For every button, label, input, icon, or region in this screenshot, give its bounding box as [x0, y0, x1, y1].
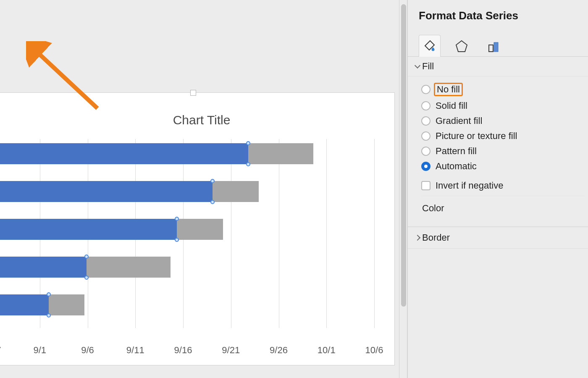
fill-option-no-fill[interactable]: No fill [420, 81, 585, 98]
svg-rect-1 [494, 42, 498, 52]
border-section-header[interactable]: Border [408, 227, 588, 249]
radio-icon [421, 147, 430, 156]
fill-option-label: Picture or texture fill [436, 131, 517, 142]
radio-icon [421, 131, 430, 141]
fill-section-label: Fill [422, 61, 434, 72]
selection-handle-icon [246, 162, 250, 166]
checkbox-icon [421, 181, 430, 190]
bar-series-1[interactable] [0, 181, 213, 202]
pane-title: Format Data Series [408, 0, 588, 30]
app-root: Chart Title 8/279/19/69/119/169/219/2610… [0, 0, 588, 378]
chevron-right-icon [415, 235, 420, 241]
scrollbar-thumb[interactable] [401, 4, 406, 307]
selection-handle-icon [84, 255, 89, 259]
selection-handle-top[interactable] [190, 90, 196, 96]
fill-options-group: No fill Solid fill Gradient fill Picture… [408, 76, 588, 227]
chart-x-axis-labels: 8/279/19/69/119/169/219/2610/110/6 [0, 345, 378, 357]
fill-option-label: Pattern fill [436, 146, 477, 157]
pane-tab-row [408, 30, 588, 57]
selection-handle-icon [175, 238, 179, 242]
selection-handle-icon [175, 217, 179, 221]
fill-option-gradient-fill[interactable]: Gradient fill [420, 113, 585, 129]
annotation-highlight: No fill [434, 83, 463, 96]
bar-series-2[interactable] [213, 181, 259, 202]
radio-icon [421, 116, 430, 126]
fill-option-picture-fill[interactable]: Picture or texture fill [420, 129, 585, 144]
border-section-label: Border [422, 232, 450, 243]
bar-series-1[interactable] [0, 294, 49, 315]
radio-icon [421, 85, 430, 94]
color-label: Color [422, 203, 444, 213]
selection-handle-icon [210, 200, 215, 204]
fill-option-solid-fill[interactable]: Solid fill [420, 98, 585, 113]
x-tick-label: 9/26 [270, 345, 288, 356]
x-tick-label: 9/6 [81, 345, 94, 356]
x-tick-label: 9/16 [174, 345, 192, 356]
selection-handle-icon [84, 276, 89, 280]
fill-color-row[interactable]: Color [420, 196, 585, 220]
selection-handle-icon [210, 179, 215, 183]
x-tick-label: 9/11 [126, 345, 144, 356]
tab-series-options[interactable] [483, 35, 504, 57]
chart-title[interactable]: Chart Title [9, 113, 394, 127]
x-tick-label: 9/21 [222, 345, 240, 356]
selection-handle-icon [47, 292, 51, 297]
selection-handle-icon [47, 313, 51, 318]
paint-bucket-icon [423, 39, 437, 53]
chart-object[interactable]: Chart Title 8/279/19/69/119/169/219/2610… [0, 92, 395, 365]
radio-icon [421, 162, 430, 171]
tab-fill-and-line[interactable] [419, 35, 441, 57]
fill-option-label: Solid fill [436, 100, 467, 111]
fill-option-label: No fill [437, 84, 460, 94]
invert-if-negative[interactable]: Invert if negative [420, 178, 585, 193]
bar-series-1[interactable] [0, 219, 177, 240]
chevron-down-icon [415, 63, 420, 68]
invert-label: Invert if negative [436, 180, 503, 191]
x-tick-label: 10/1 [318, 345, 336, 356]
pentagon-icon [454, 39, 469, 53]
selection-handle-icon [246, 141, 250, 145]
fill-option-label: Gradient fill [436, 116, 482, 126]
x-tick-label: 10/6 [365, 345, 383, 356]
svg-rect-0 [489, 45, 493, 52]
x-tick-label: 9/1 [33, 345, 46, 356]
bar-series-2[interactable] [49, 294, 84, 315]
chart-bars [0, 139, 374, 341]
bar-series-1[interactable] [0, 143, 248, 164]
fill-section-header[interactable]: Fill [408, 57, 588, 76]
fill-option-label: Automatic [436, 161, 477, 172]
tab-effects[interactable] [451, 35, 472, 57]
chart-plot-area: 8/279/19/69/119/169/219/2610/110/6 [0, 139, 378, 362]
x-tick-label: 8/27 [0, 345, 1, 356]
bar-series-2[interactable] [87, 257, 171, 278]
bar-series-2[interactable] [248, 143, 313, 164]
bar-series-2[interactable] [177, 219, 223, 240]
radio-icon [421, 101, 430, 110]
gridline [374, 139, 375, 328]
bar-series-1[interactable] [0, 257, 87, 278]
bar-chart-icon [486, 39, 501, 53]
format-data-series-pane: Format Data Series [407, 0, 588, 378]
fill-option-pattern-fill[interactable]: Pattern fill [420, 144, 585, 159]
chart-canvas-area: Chart Title 8/279/19/69/119/169/219/2610… [0, 0, 399, 378]
fill-option-automatic[interactable]: Automatic [420, 159, 585, 174]
vertical-scrollbar[interactable] [399, 0, 407, 378]
